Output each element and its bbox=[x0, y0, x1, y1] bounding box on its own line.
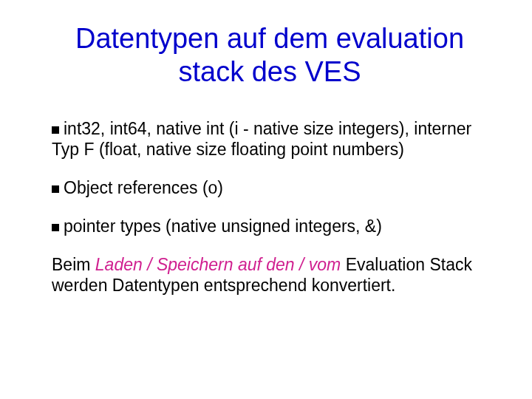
closing-pre: Beim bbox=[52, 255, 95, 274]
bullet-item: int32, int64, native int (i - native siz… bbox=[52, 118, 488, 160]
bullet-text: pointer types (native unsigned integers,… bbox=[64, 216, 382, 236]
slide-title: Datentypen auf dem evaluation stack des … bbox=[52, 22, 488, 89]
bullet-text: int32, int64, native int (i - native siz… bbox=[52, 119, 471, 159]
slide-body: int32, int64, native int (i - native siz… bbox=[52, 118, 488, 296]
bullet-marker-icon bbox=[52, 224, 59, 231]
bullet-marker-icon bbox=[52, 185, 59, 193]
bullet-item: pointer types (native unsigned integers,… bbox=[52, 216, 488, 236]
bullet-item: Object references (o) bbox=[52, 177, 488, 198]
slide: Datentypen auf dem evaluation stack des … bbox=[0, 0, 532, 399]
closing-emphasis: Laden / Speichern auf den / vom bbox=[95, 255, 341, 274]
bullet-text: Object references (o) bbox=[64, 178, 223, 197]
closing-paragraph: Beim Laden / Speichern auf den / vom Eva… bbox=[52, 254, 488, 296]
bullet-marker-icon bbox=[52, 126, 59, 134]
